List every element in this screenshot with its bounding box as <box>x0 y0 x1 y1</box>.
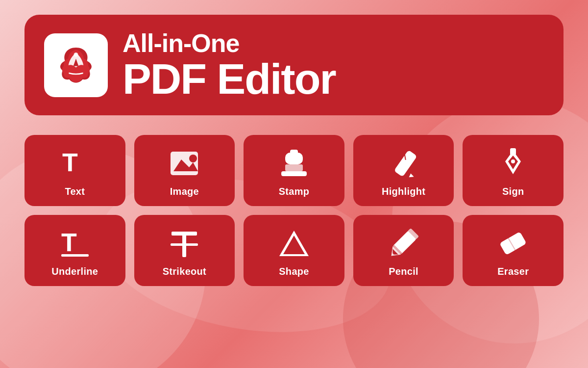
app-icon <box>44 33 108 97</box>
underline-tool-button[interactable]: T Underline <box>24 215 125 286</box>
svg-text:T: T <box>62 148 78 177</box>
sign-tool-button[interactable]: Sign <box>463 135 564 206</box>
svg-rect-7 <box>290 150 298 157</box>
text-tool-button[interactable]: T Text <box>24 135 125 206</box>
strikeout-icon <box>167 226 202 261</box>
svg-rect-9 <box>285 164 303 171</box>
svg-marker-12 <box>409 174 414 178</box>
sign-icon <box>495 146 531 181</box>
svg-point-16 <box>511 159 515 163</box>
text-icon: T <box>57 146 93 181</box>
svg-point-5 <box>189 155 197 162</box>
highlight-icon <box>386 146 421 181</box>
svg-rect-17 <box>510 148 516 155</box>
image-icon <box>167 146 202 181</box>
underline-tool-label: Underline <box>51 266 98 277</box>
pencil-tool-label: Pencil <box>389 266 418 277</box>
header-text: All-in-One PDF Editor <box>122 29 336 101</box>
stamp-tool-button[interactable]: Stamp <box>244 135 344 206</box>
header-title: PDF Editor <box>122 57 336 101</box>
pencil-tool-button[interactable]: Pencil <box>353 215 454 286</box>
eraser-tool-label: Eraser <box>497 266 529 277</box>
header-banner: All-in-One PDF Editor <box>24 15 564 115</box>
pencil-icon <box>386 226 421 261</box>
shape-tool-label: Shape <box>279 266 309 277</box>
svg-point-0 <box>74 52 78 56</box>
svg-rect-21 <box>172 232 197 236</box>
image-tool-button[interactable]: Image <box>134 135 235 206</box>
svg-rect-8 <box>281 171 307 176</box>
highlight-tool-label: Highlight <box>382 186 425 197</box>
pdf-logo-icon <box>54 43 98 87</box>
sign-tool-label: Sign <box>502 186 524 197</box>
main-container: All-in-One PDF Editor T Text <box>0 0 588 368</box>
stamp-tool-label: Stamp <box>279 186 310 197</box>
underline-icon: T <box>57 226 93 261</box>
svg-rect-22 <box>171 243 198 246</box>
svg-rect-19 <box>61 254 89 257</box>
tools-grid: T Text Image <box>24 135 564 286</box>
text-tool-label: Text <box>65 186 85 197</box>
image-tool-label: Image <box>170 186 199 197</box>
highlight-tool-button[interactable]: Highlight <box>353 135 454 206</box>
shape-tool-button[interactable]: Shape <box>244 215 344 286</box>
svg-text:T: T <box>61 228 77 257</box>
strikeout-tool-label: Strikeout <box>163 266 206 277</box>
header-subtitle: All-in-One <box>122 29 336 57</box>
shape-icon <box>276 226 312 261</box>
stamp-icon <box>276 146 312 181</box>
eraser-tool-button[interactable]: Eraser <box>463 215 564 286</box>
strikeout-tool-button[interactable]: Strikeout <box>134 215 235 286</box>
eraser-icon <box>495 226 531 261</box>
